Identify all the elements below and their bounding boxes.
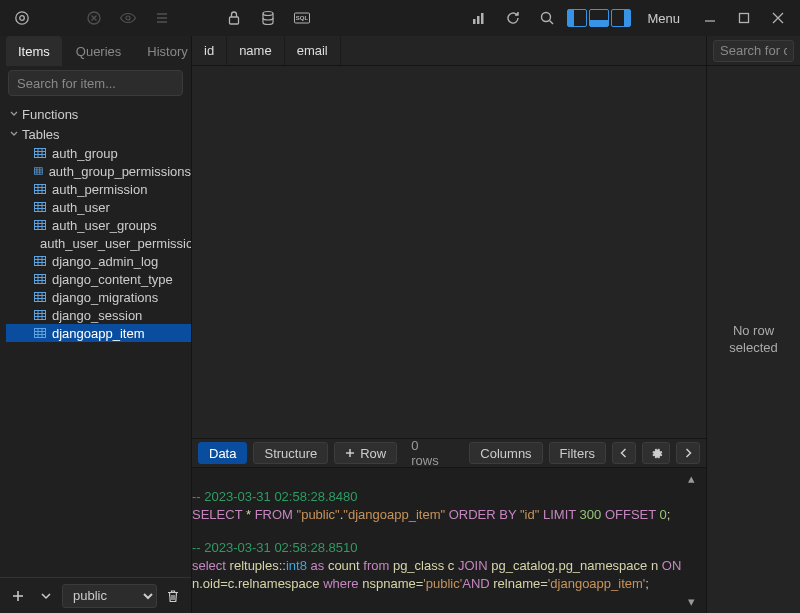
scroll-down-icon[interactable]: ▾: [688, 593, 702, 611]
inspector-message: No row selected: [707, 66, 800, 613]
sidebar: Items Queries History Functions Tables a…: [0, 36, 192, 613]
svg-rect-8: [477, 16, 480, 24]
svg-rect-9: [481, 13, 484, 24]
sidebar-search: [8, 70, 183, 96]
add-row-label: Row: [360, 446, 386, 461]
sidebar-tabs: Items Queries History: [0, 36, 191, 66]
close-circle-icon[interactable]: [80, 4, 108, 32]
svg-rect-18: [35, 257, 46, 266]
group-label: Functions: [22, 107, 78, 122]
schema-select[interactable]: public: [62, 584, 157, 608]
maximize-icon[interactable]: [730, 4, 758, 32]
table-name: auth_permission: [52, 182, 147, 197]
svg-rect-16: [35, 221, 46, 230]
chart-icon[interactable]: [465, 4, 493, 32]
table-name: auth_user_groups: [52, 218, 157, 233]
table-row[interactable]: auth_user: [6, 198, 191, 216]
lock-icon[interactable]: [220, 4, 248, 32]
panel-bottom-icon[interactable]: [589, 9, 609, 27]
sql-console[interactable]: ▴-- 2023-03-31 02:58:28.8480 SELECT * FR…: [192, 468, 706, 613]
gear-icon[interactable]: [642, 442, 670, 464]
svg-rect-4: [230, 17, 239, 24]
layout-panels: [567, 9, 631, 27]
main-area: Items Queries History Functions Tables a…: [0, 36, 800, 613]
table-name: djangoapp_item: [52, 326, 145, 341]
table-row[interactable]: auth_user_groups: [6, 216, 191, 234]
table-name: auth_group: [52, 146, 118, 161]
console-ts2: -- 2023-03-31 02:58:28.8510: [192, 540, 358, 555]
trash-icon[interactable]: [161, 584, 185, 608]
top-toolbar: SQL Menu: [0, 0, 800, 36]
table-row[interactable]: auth_user_user_permissions: [6, 234, 191, 252]
add-row-button[interactable]: Row: [334, 442, 397, 464]
svg-rect-12: [35, 149, 46, 158]
panel-left-icon[interactable]: [567, 9, 587, 27]
content-area: id name email Data Structure Row 0 rows …: [192, 36, 706, 613]
svg-rect-13: [34, 168, 42, 174]
table-row[interactable]: djangoapp_item: [6, 324, 191, 342]
svg-rect-19: [35, 275, 46, 284]
next-button[interactable]: [676, 442, 700, 464]
table-name: django_admin_log: [52, 254, 158, 269]
column-search-input[interactable]: [713, 40, 794, 62]
view-data-button[interactable]: Data: [198, 442, 247, 464]
table-row[interactable]: auth_permission: [6, 180, 191, 198]
table-row[interactable]: auth_group: [6, 144, 191, 162]
tab-history[interactable]: History: [135, 36, 199, 66]
table-row[interactable]: django_session: [6, 306, 191, 324]
column-email[interactable]: email: [285, 36, 341, 65]
scroll-up-icon[interactable]: ▴: [688, 470, 702, 488]
sql-icon[interactable]: SQL: [288, 4, 316, 32]
tables-list: auth_groupauth_group_permissionsauth_per…: [6, 144, 191, 342]
grid-body[interactable]: [192, 66, 706, 438]
svg-point-1: [20, 16, 25, 21]
svg-point-3: [126, 16, 130, 20]
inspector-panel: No row selected: [706, 36, 800, 613]
refresh-icon[interactable]: [499, 4, 527, 32]
row-count: 0 rows: [403, 438, 457, 468]
table-row[interactable]: django_admin_log: [6, 252, 191, 270]
table-name: django_session: [52, 308, 142, 323]
sidebar-footer: public: [0, 577, 191, 613]
svg-rect-14: [35, 185, 46, 194]
no-row-line2: selected: [729, 340, 777, 357]
grid-header: id name email: [192, 36, 706, 66]
svg-rect-7: [473, 19, 476, 24]
svg-point-0: [16, 12, 28, 24]
database-icon[interactable]: [254, 4, 282, 32]
columns-button[interactable]: Columns: [469, 442, 542, 464]
prev-button[interactable]: [612, 442, 636, 464]
svg-point-5: [263, 12, 273, 16]
search-input[interactable]: [8, 70, 183, 96]
app-root: SQL Menu It: [0, 0, 800, 613]
view-structure-button[interactable]: Structure: [253, 442, 328, 464]
eye-icon[interactable]: [114, 4, 142, 32]
search-icon[interactable]: [533, 4, 561, 32]
table-name: auth_user: [52, 200, 110, 215]
table-row[interactable]: django_content_type: [6, 270, 191, 288]
group-label: Tables: [22, 127, 60, 142]
svg-rect-22: [35, 329, 46, 338]
panel-right-icon[interactable]: [611, 9, 631, 27]
add-button[interactable]: [6, 584, 30, 608]
chevron-down-icon[interactable]: [34, 584, 58, 608]
group-tables[interactable]: Tables: [6, 124, 191, 144]
column-name[interactable]: name: [227, 36, 285, 65]
table-row[interactable]: django_migrations: [6, 288, 191, 306]
column-id[interactable]: id: [192, 36, 227, 65]
table-name: auth_group_permissions: [49, 164, 191, 179]
table-name: django_content_type: [52, 272, 173, 287]
tab-items[interactable]: Items: [6, 36, 62, 66]
close-icon[interactable]: [764, 4, 792, 32]
object-tree: Functions Tables auth_groupauth_group_pe…: [0, 100, 191, 577]
table-row[interactable]: auth_group_permissions: [6, 162, 191, 180]
group-functions[interactable]: Functions: [6, 104, 191, 124]
menu-button[interactable]: Menu: [637, 5, 690, 31]
minimize-icon[interactable]: [696, 4, 724, 32]
filters-button[interactable]: Filters: [549, 442, 606, 464]
table-name: auth_user_user_permissions: [40, 236, 191, 251]
svg-rect-21: [35, 311, 46, 320]
tab-queries[interactable]: Queries: [64, 36, 134, 66]
list-icon[interactable]: [148, 4, 176, 32]
db-connection-icon[interactable]: [8, 4, 36, 32]
